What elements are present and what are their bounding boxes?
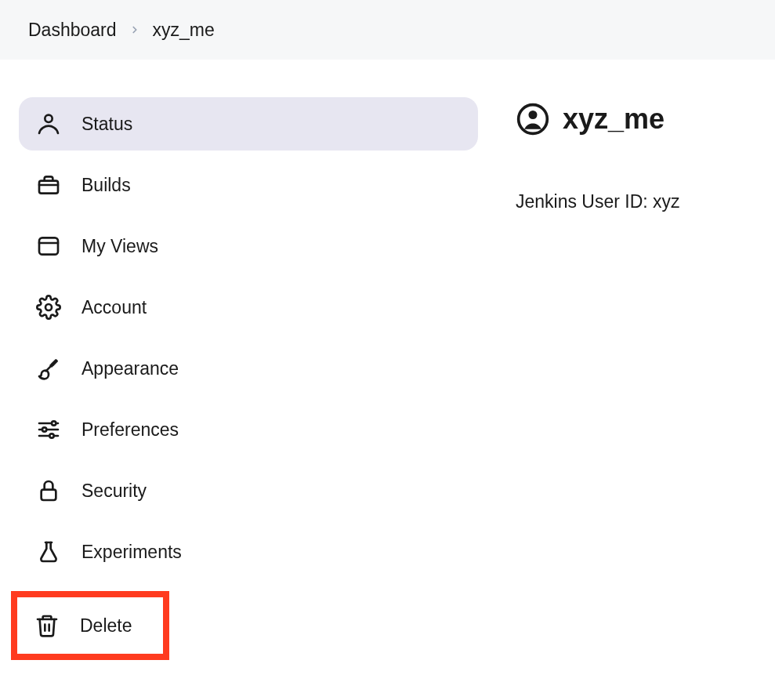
brush-icon xyxy=(36,356,61,381)
sidebar-item-preferences[interactable]: Preferences xyxy=(19,403,478,456)
user-id-line: Jenkins User ID: xyz xyxy=(516,191,680,212)
sidebar-item-experiments[interactable]: Experiments xyxy=(19,525,478,578)
sidebar-item-status[interactable]: Status xyxy=(19,97,478,151)
sidebar-item-label: Appearance xyxy=(81,358,179,379)
window-icon xyxy=(36,234,61,259)
breadcrumb-dashboard[interactable]: Dashboard xyxy=(28,20,117,41)
svg-rect-1 xyxy=(39,181,58,194)
sidebar-item-appearance[interactable]: Appearance xyxy=(19,342,478,395)
sidebar: Status Builds My Views xyxy=(19,97,478,660)
flask-icon xyxy=(36,539,61,564)
gear-icon xyxy=(36,295,61,320)
user-circle-icon xyxy=(516,102,550,136)
person-icon xyxy=(36,111,61,136)
svg-point-3 xyxy=(45,304,52,310)
sidebar-item-my-views[interactable]: My Views xyxy=(19,219,478,273)
svg-point-14 xyxy=(529,111,538,119)
sidebar-item-account[interactable]: Account xyxy=(19,281,478,334)
breadcrumb: Dashboard xyz_me xyxy=(0,0,775,60)
sidebar-item-label: Status xyxy=(81,114,132,135)
sidebar-item-label: My Views xyxy=(81,236,158,257)
content: xyz_me Jenkins User ID: xyz xyxy=(516,97,680,660)
user-heading: xyz_me xyxy=(516,102,680,136)
sidebar-item-label: Delete xyxy=(80,615,132,637)
sidebar-item-label: Preferences xyxy=(81,419,179,441)
highlight-box: Delete xyxy=(11,591,169,660)
svg-point-8 xyxy=(42,427,46,431)
svg-rect-2 xyxy=(39,238,58,254)
sidebar-item-security[interactable]: Security xyxy=(19,464,478,517)
sidebar-item-label: Security xyxy=(81,481,147,502)
sidebar-item-builds[interactable]: Builds xyxy=(19,158,478,212)
chevron-right-icon xyxy=(129,24,140,35)
page-title: xyz_me xyxy=(563,103,665,136)
toolbox-icon xyxy=(36,172,61,198)
sliders-icon xyxy=(36,417,61,442)
sidebar-item-label: Experiments xyxy=(81,542,182,563)
sidebar-item-label: Builds xyxy=(81,175,131,196)
svg-point-9 xyxy=(49,433,53,437)
breadcrumb-user[interactable]: xyz_me xyxy=(153,20,215,41)
svg-point-0 xyxy=(45,115,52,122)
trash-icon xyxy=(34,613,60,638)
svg-point-7 xyxy=(52,421,56,425)
svg-rect-10 xyxy=(42,490,56,500)
lock-icon xyxy=(36,478,61,503)
sidebar-item-delete[interactable]: Delete xyxy=(17,597,163,654)
sidebar-item-label: Account xyxy=(81,297,147,318)
